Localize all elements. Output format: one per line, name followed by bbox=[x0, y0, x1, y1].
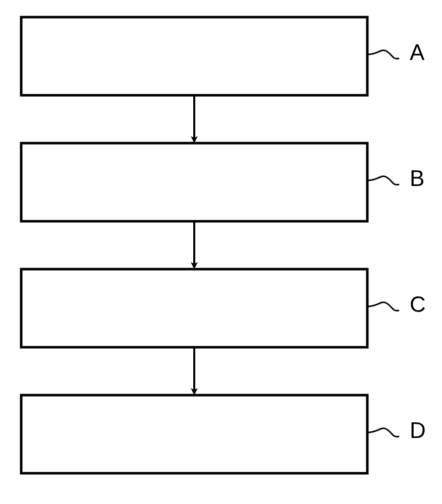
box-c-leader bbox=[367, 302, 399, 311]
box-d-leader bbox=[367, 428, 399, 437]
box-a bbox=[21, 17, 367, 95]
box-b-leader bbox=[367, 176, 399, 185]
box-a-label: A bbox=[410, 40, 425, 65]
box-c-label: C bbox=[410, 292, 426, 317]
box-b-label: B bbox=[410, 166, 424, 191]
flow-diagram: ABCD bbox=[0, 0, 442, 504]
box-a-leader bbox=[367, 50, 399, 59]
box-d bbox=[21, 395, 367, 473]
box-b bbox=[21, 143, 367, 221]
box-d-label: D bbox=[410, 418, 426, 443]
box-c bbox=[21, 269, 367, 347]
